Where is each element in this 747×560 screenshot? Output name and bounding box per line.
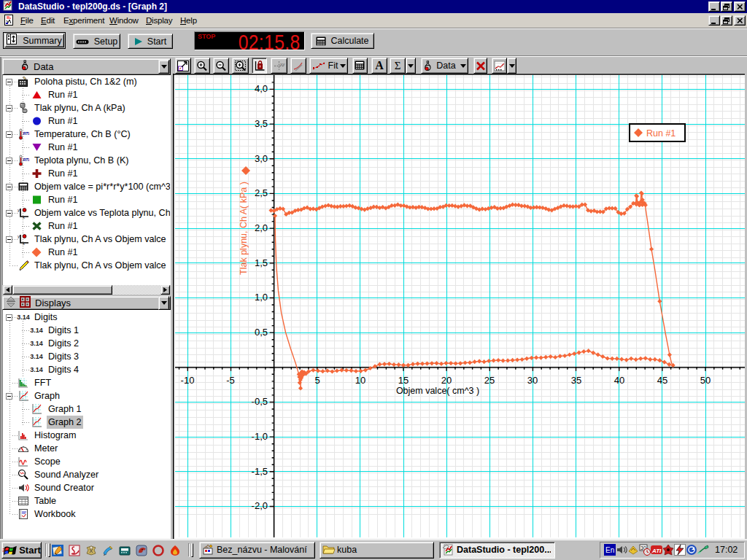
svg-text:0,5: 0,5 xyxy=(255,327,268,338)
svg-text:xy: xy xyxy=(280,61,285,66)
svg-text:x: x xyxy=(23,241,25,245)
svg-text:3,0: 3,0 xyxy=(255,153,268,164)
svg-text:RTD: RTD xyxy=(23,158,30,162)
svg-text:-1,5: -1,5 xyxy=(252,466,268,477)
svg-text:2,5: 2,5 xyxy=(255,187,268,198)
svg-text:1,5: 1,5 xyxy=(255,257,268,268)
svg-text:40: 40 xyxy=(614,375,624,386)
svg-text:10: 10 xyxy=(355,375,365,386)
svg-text:25: 25 xyxy=(484,375,495,386)
svg-text:Objem valce( cm^3 ): Objem valce( cm^3 ) xyxy=(396,386,479,396)
svg-text:1,0: 1,0 xyxy=(255,292,268,303)
svg-text:Tlak plynu, Ch A( kPa ): Tlak plynu, Ch A( kPa ) xyxy=(239,182,249,275)
svg-text:-10: -10 xyxy=(181,375,195,386)
svg-text:45: 45 xyxy=(657,375,667,386)
svg-text:ATI: ATI xyxy=(651,548,662,554)
svg-text:15: 15 xyxy=(398,375,409,386)
svg-text:20: 20 xyxy=(441,375,452,386)
svg-text:-2,0: -2,0 xyxy=(252,500,268,511)
svg-text:30: 30 xyxy=(527,375,538,386)
svg-text:-5: -5 xyxy=(226,375,235,386)
svg-text:5: 5 xyxy=(314,375,320,386)
svg-text:Run #1: Run #1 xyxy=(646,128,676,139)
svg-text:En: En xyxy=(605,546,614,554)
svg-text:50: 50 xyxy=(700,375,711,386)
svg-text:4,0: 4,0 xyxy=(255,83,268,94)
svg-text:y: y xyxy=(18,234,20,238)
svg-text:-0,5: -0,5 xyxy=(252,396,268,407)
svg-text:2,0: 2,0 xyxy=(255,222,268,233)
svg-text:3,5: 3,5 xyxy=(255,118,268,129)
svg-text:-1,0: -1,0 xyxy=(252,431,268,442)
svg-text:y: y xyxy=(18,208,20,212)
svg-text:35: 35 xyxy=(571,375,581,386)
svg-text:x: x xyxy=(23,215,25,219)
svg-text:RTD: RTD xyxy=(23,131,30,136)
